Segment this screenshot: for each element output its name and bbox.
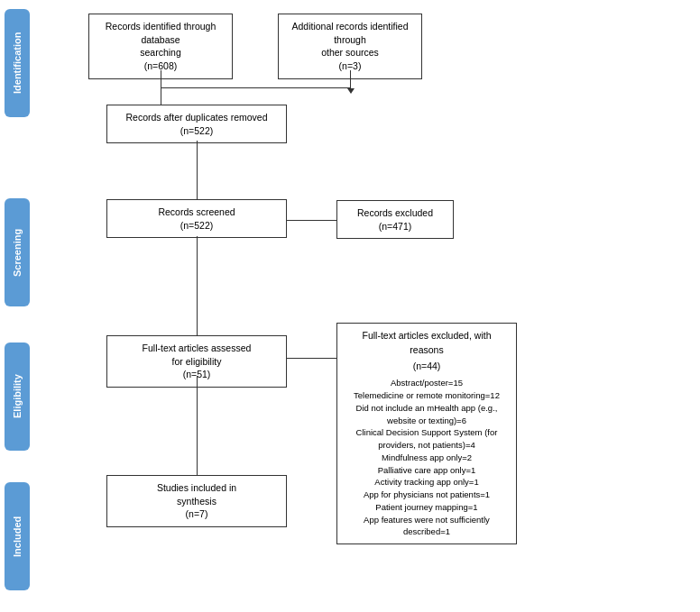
arrow-afterdup-down bbox=[197, 141, 198, 199]
arrow-screened-down bbox=[197, 236, 198, 335]
db-search-box: Records identified through database sear… bbox=[88, 14, 233, 79]
studies-text1: Studies included in bbox=[157, 482, 236, 493]
fulltext-excl-title: Full-text articles excluded, with reason… bbox=[345, 329, 509, 358]
screening-label: Screening bbox=[5, 198, 30, 306]
included-label: Included bbox=[5, 482, 30, 590]
studies-text2: synthesis bbox=[177, 496, 216, 507]
excluded-n: (n=471) bbox=[379, 221, 411, 232]
after-duplicates-box: Records after duplicates removed (n=522) bbox=[106, 105, 287, 143]
identification-label: Identification bbox=[5, 9, 30, 117]
eligibility-label: Eligibility bbox=[5, 343, 30, 451]
other-sources-text2: other sources bbox=[321, 47, 379, 58]
excluded-text: Records excluded bbox=[357, 207, 433, 218]
other-sources-text: Additional records identified through bbox=[292, 21, 409, 45]
records-excluded-box: Records excluded (n=471) bbox=[336, 200, 454, 239]
after-dup-text: Records after duplicates removed bbox=[126, 112, 268, 123]
fulltext-text1: Full-text articles assessed bbox=[143, 343, 252, 353]
arrow-other-down bbox=[350, 70, 351, 88]
arrow-fulltext-down bbox=[197, 376, 198, 475]
fulltext-excluded-box: Full-text articles excluded, with reason… bbox=[336, 323, 517, 544]
db-search-text: Records identified through database bbox=[106, 21, 216, 45]
screened-n: (n=522) bbox=[180, 220, 213, 231]
prisma-diagram: Identification Screening Eligibility Inc… bbox=[0, 0, 700, 612]
main-content: Records identified through database sear… bbox=[34, 0, 700, 612]
other-sources-box: Additional records identified through ot… bbox=[278, 14, 422, 79]
records-screened-box: Records screened (n=522) bbox=[106, 199, 287, 238]
screened-text: Records screened bbox=[158, 206, 235, 217]
fulltext-excl-items: Abstract/poster=15Telemedicine or remote… bbox=[345, 377, 509, 538]
fulltext-text2: for eligibility bbox=[172, 356, 222, 367]
db-search-text2: searching bbox=[140, 47, 181, 58]
side-labels: Identification Screening Eligibility Inc… bbox=[0, 0, 34, 612]
arrow-fulltext-right bbox=[287, 358, 336, 359]
studies-n: (n=7) bbox=[186, 508, 208, 519]
after-dup-n: (n=522) bbox=[180, 125, 213, 136]
arrow-merge-h bbox=[161, 87, 350, 88]
arrow-screened-right bbox=[287, 220, 336, 221]
fulltext-excl-n: (n=44) bbox=[345, 360, 509, 374]
studies-included-box: Studies included in synthesis (n=7) bbox=[106, 475, 287, 527]
